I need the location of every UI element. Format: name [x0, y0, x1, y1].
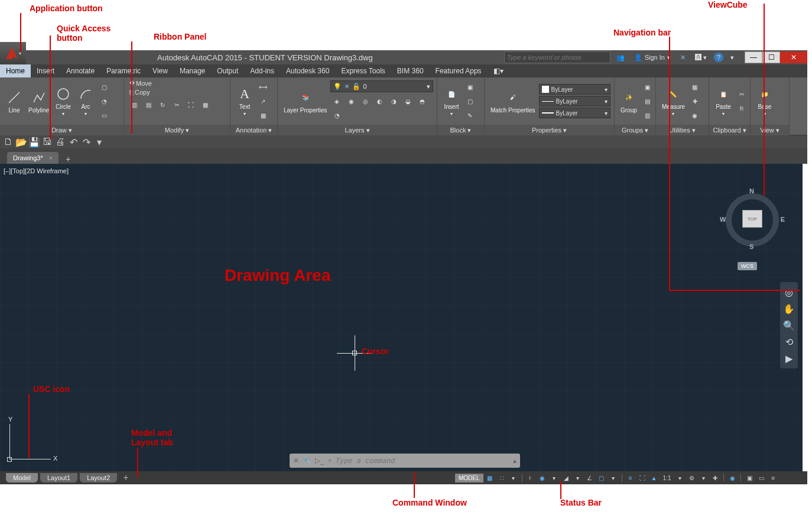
- zoom-icon[interactable]: 🔍: [782, 319, 795, 332]
- block-tool-icon[interactable]: ✎: [463, 109, 476, 122]
- add-layout-button[interactable]: +: [119, 472, 132, 483]
- text-button[interactable]: AText▾: [234, 85, 255, 118]
- sun-icon[interactable]: ☀: [344, 83, 350, 90]
- dropdown-icon[interactable]: ▾: [674, 472, 685, 483]
- tab-bim360[interactable]: BIM 360: [391, 64, 430, 77]
- hardware-icon[interactable]: ◉: [727, 472, 738, 483]
- cut-icon[interactable]: ✂: [735, 88, 748, 101]
- tab-annotate[interactable]: Annotate: [60, 64, 100, 77]
- tab-insert[interactable]: Insert: [31, 64, 60, 77]
- lock-icon[interactable]: 🔓: [352, 83, 360, 90]
- grid-toggle-icon[interactable]: ▦: [485, 472, 495, 483]
- copy-icon[interactable]: ⎘: [735, 102, 748, 115]
- dropdown-icon[interactable]: ▾: [573, 472, 583, 483]
- insert-button[interactable]: 📄Insert▾: [441, 85, 462, 118]
- line-button[interactable]: Line: [4, 88, 25, 115]
- orbit-icon[interactable]: ⟲: [782, 335, 795, 348]
- layout-tab-layout1[interactable]: Layout1: [40, 473, 77, 483]
- close-button[interactable]: ✕: [780, 51, 807, 63]
- tab-autodesk360[interactable]: Autodesk 360: [280, 64, 335, 77]
- group-tool-icon[interactable]: ▥: [641, 109, 654, 122]
- panel-title-clipboard[interactable]: Clipboard ▾: [709, 125, 750, 135]
- wheel-icon[interactable]: ◎: [782, 286, 795, 299]
- arc-button[interactable]: Arc▾: [75, 85, 96, 118]
- modify-tool-icon[interactable]: ▥: [128, 98, 141, 111]
- command-input[interactable]: [335, 457, 509, 465]
- viewcube[interactable]: TOP N E S W WCS: [720, 187, 785, 270]
- panel-title-layers[interactable]: Layers ▾: [278, 125, 437, 135]
- lightbulb-icon[interactable]: 💡: [333, 83, 342, 90]
- layer-tool-icon[interactable]: ◈: [330, 95, 343, 108]
- tab-addins[interactable]: Add-ins: [244, 64, 280, 77]
- wrench-icon[interactable]: 🔧: [303, 457, 311, 465]
- layer-tool-icon[interactable]: ◐: [373, 95, 386, 108]
- paste-button[interactable]: 📋Paste▾: [713, 85, 734, 118]
- panel-title-draw[interactable]: Draw ▾: [0, 125, 124, 135]
- match-properties-button[interactable]: 🖌Match Properties: [488, 88, 538, 115]
- transparency-icon[interactable]: ⛶: [637, 472, 648, 483]
- tab-manage[interactable]: Manage: [174, 64, 211, 77]
- dropdown-icon[interactable]: ▾: [698, 472, 709, 483]
- signin-button[interactable]: 👤 Sign In ▾: [632, 54, 673, 61]
- panel-title-view[interactable]: View ▾: [751, 125, 789, 135]
- dimension-icon[interactable]: ⟷: [256, 80, 269, 93]
- drawing-area[interactable]: [–][Top][2D Wireframe] TOP N E S W WCS ◎…: [0, 164, 803, 471]
- polyline-button[interactable]: Polyline: [26, 88, 51, 115]
- workspace-icon[interactable]: ✚: [710, 472, 720, 483]
- group-tool-icon[interactable]: ▤: [641, 95, 654, 108]
- draw-tool-icon[interactable]: ▭: [98, 109, 111, 122]
- isolate-icon[interactable]: ▣: [744, 472, 755, 483]
- gear-icon[interactable]: ⚙: [686, 472, 697, 483]
- layer-dropdown[interactable]: 0: [363, 83, 424, 90]
- modify-tool-icon[interactable]: ▦: [199, 98, 212, 111]
- panel-title-modify[interactable]: Modify ▾: [124, 125, 230, 135]
- panel-title-groups[interactable]: Groups ▾: [615, 125, 655, 135]
- panel-title-block[interactable]: Block ▾: [437, 125, 484, 135]
- open-icon[interactable]: 📂: [17, 137, 26, 147]
- file-tab-drawing3[interactable]: Drawing3*×: [7, 152, 59, 164]
- table-icon[interactable]: ▦: [256, 109, 269, 122]
- layer-tool-icon[interactable]: ◑: [387, 95, 400, 108]
- modify-tool-icon[interactable]: ✂: [170, 98, 183, 111]
- lineweight-icon[interactable]: ≡: [625, 472, 636, 483]
- draw-tool-icon[interactable]: ◔: [98, 95, 111, 108]
- group-button[interactable]: ✨Group: [618, 88, 639, 115]
- search-input[interactable]: [504, 51, 610, 63]
- print-icon[interactable]: 🖨: [56, 137, 65, 147]
- clean-icon[interactable]: ▭: [756, 472, 766, 483]
- qat-dropdown-icon[interactable]: ▾: [95, 137, 104, 147]
- tab-output[interactable]: Output: [211, 64, 244, 77]
- tab-featured[interactable]: Featured Apps: [430, 64, 488, 77]
- layer-tool-icon[interactable]: ◎: [359, 95, 372, 108]
- redo-icon[interactable]: ↷: [82, 137, 91, 147]
- polar-icon[interactable]: ◉: [537, 472, 548, 483]
- maximize-button[interactable]: ☐: [762, 51, 780, 63]
- layout-tab-model[interactable]: Model: [6, 473, 38, 483]
- layer-properties-button[interactable]: 📚Layer Properties: [281, 88, 329, 115]
- wcs-badge[interactable]: WCS: [738, 262, 757, 270]
- application-button[interactable]: ▾: [0, 42, 26, 64]
- modify-tool-icon[interactable]: ▤: [142, 98, 155, 111]
- snap-toggle-icon[interactable]: ∷: [496, 472, 507, 483]
- model-space-button[interactable]: MODEL: [455, 474, 483, 483]
- base-button[interactable]: 📁Base▾: [754, 85, 775, 118]
- ortho-icon[interactable]: ⊦: [525, 472, 536, 483]
- block-tool-icon[interactable]: ▢: [463, 95, 476, 108]
- a360-icon[interactable]: 🅰 ▾: [693, 54, 709, 61]
- undo-icon[interactable]: ↶: [69, 137, 78, 147]
- osnap-icon[interactable]: ∠: [584, 472, 595, 483]
- cycling-icon[interactable]: ▲: [649, 472, 660, 483]
- panel-title-utilities[interactable]: Utilities ▾: [656, 125, 709, 135]
- panel-title-properties[interactable]: Properties ▾: [485, 125, 614, 135]
- customize-icon[interactable]: ≡: [768, 472, 778, 483]
- close-tab-icon[interactable]: ×: [49, 154, 53, 161]
- close-cmd-icon[interactable]: ✕: [293, 457, 299, 465]
- dropdown-icon[interactable]: ▾: [608, 472, 619, 483]
- help-icon[interactable]: ?: [714, 53, 723, 62]
- pan-icon[interactable]: ✋: [782, 302, 795, 315]
- leader-icon[interactable]: ↗: [256, 95, 269, 108]
- minimize-button[interactable]: —: [745, 51, 762, 63]
- isodraft-icon[interactable]: ◢: [561, 472, 571, 483]
- util-tool-icon[interactable]: ◉: [688, 109, 701, 122]
- measure-button[interactable]: 📏Measure▾: [660, 85, 687, 118]
